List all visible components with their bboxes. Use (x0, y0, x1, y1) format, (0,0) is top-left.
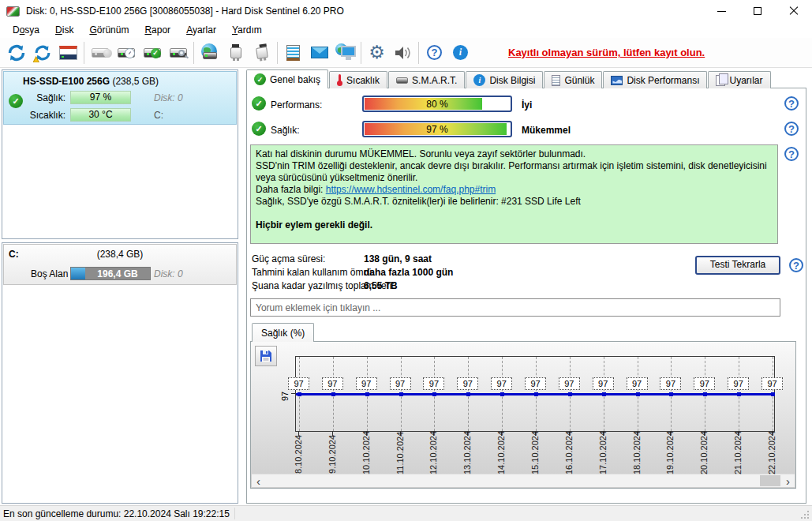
chart-x-label: 14.10.2024 (496, 435, 506, 474)
toolbar-separator (418, 42, 419, 64)
report-window-icon (59, 46, 77, 60)
tab-uyarilar[interactable]: Uyarılar (708, 71, 770, 88)
status-line-5: Hiçbir eylem gerekli değil. (256, 219, 773, 231)
tab-smart[interactable]: S.M.A.R.T. (388, 71, 465, 88)
close-button[interactable] (776, 0, 812, 22)
used-space-segment (71, 268, 85, 279)
health-value: 97 % (364, 124, 511, 135)
tab-sicaklik[interactable]: Sıcaklık (329, 71, 387, 88)
menu-gorunum[interactable]: Görünüm (81, 23, 137, 37)
disk-history-button[interactable] (113, 39, 139, 66)
refresh-warning-icon (33, 43, 52, 62)
tab-genel-bakis[interactable]: ✓Genel bakış (246, 69, 328, 88)
partition-disk-number: Disk: 0 (154, 268, 183, 279)
partition-size: (238,4 GB) (4, 249, 236, 260)
refresh-button[interactable] (3, 39, 29, 66)
disk-analyse-button[interactable] (165, 39, 191, 66)
chart-point (669, 392, 673, 396)
menu-bar: Dosya Disk Görünüm Rapor Ayarlar Yardım (0, 22, 812, 38)
disk-temp-label: Sıcaklık: (4, 110, 65, 121)
written-value: 6,55 TB (364, 280, 398, 291)
report-button[interactable] (280, 39, 306, 66)
performance-help-icon[interactable]: ? (784, 96, 799, 111)
scroll-thumb[interactable] (760, 475, 780, 486)
chart-point-label: 97 (660, 377, 681, 390)
eject-device-button[interactable] (249, 39, 275, 66)
menu-ayarlar[interactable]: Ayarlar (178, 23, 224, 37)
scroll-right-arrow[interactable]: › (781, 474, 795, 487)
chart-tab-saglik[interactable]: Sağlık (%) (252, 323, 314, 342)
tab-gunluk[interactable]: Günlük (544, 71, 602, 88)
health-help-icon[interactable]: ? (784, 122, 799, 136)
chart-point (568, 392, 572, 396)
status-bar: En son güncelleme durumu: 22.10.2024 Sal… (0, 505, 812, 521)
status-line-3: Daha fazla bilgi: https://www.hdsentinel… (256, 184, 773, 196)
disk-list-item[interactable]: HS-SSD-E100 256G (238,5 GB) ✓ Sağlık: 97… (3, 71, 237, 125)
minimize-icon (717, 11, 726, 12)
usb-device-button[interactable] (223, 39, 249, 66)
settings-button[interactable]: ⚙ (364, 39, 390, 66)
comment-input[interactable] (250, 298, 780, 317)
chart-point (466, 392, 470, 396)
health-meter: 97 % (362, 121, 512, 137)
performance-meter: 80 % (362, 96, 512, 112)
remote-monitor-button[interactable] (332, 39, 358, 66)
status-line-1: Katı hal diskinin durumu MÜKEMMEL. Sorun… (256, 148, 773, 160)
maximize-button[interactable] (739, 0, 776, 22)
chart-x-label: 21.10.2024 (733, 435, 743, 474)
chart-point-label: 97 (525, 377, 546, 390)
close-icon (789, 6, 799, 16)
lifetime-label: Tahmini kalan kullanım ömrü: (252, 267, 374, 278)
chart-point-label: 97 (728, 377, 749, 390)
chart-scrollbar[interactable]: ‹ › (252, 474, 795, 487)
retest-button[interactable]: Testi Tekrarla (695, 256, 780, 275)
network-disk-button[interactable] (196, 39, 223, 66)
menu-disk[interactable]: Disk (47, 23, 81, 37)
resize-grip[interactable] (807, 517, 809, 519)
health-status: Mükemmel (522, 125, 571, 136)
chart-x-label: 12.10.2024 (428, 435, 438, 474)
chart-x-label: 20.10.2024 (699, 435, 709, 474)
health-ok-icon: ✓ (252, 122, 266, 136)
chart-point-label: 97 (322, 377, 343, 390)
register-link[interactable]: Kayıtlı olmayan sürüm, lütfen kayıt olun… (508, 47, 705, 58)
help-button[interactable]: ? (421, 39, 447, 66)
disk-detect-icon (92, 48, 109, 58)
network-monitor-icon (335, 43, 356, 62)
minimize-button[interactable] (703, 0, 739, 22)
report-window-button[interactable] (55, 39, 81, 66)
performance-ok-icon: ✓ (252, 96, 266, 111)
disk-health-bar: 97 % (70, 91, 131, 104)
info-icon: i (453, 45, 468, 60)
about-button[interactable]: i (447, 39, 473, 66)
disk-test-button[interactable]: ✓ (139, 39, 165, 66)
retest-help-icon[interactable]: ? (789, 258, 803, 272)
chart-x-label: 15.10.2024 (530, 435, 540, 474)
menu-dosya[interactable]: Dosya (5, 23, 47, 37)
refresh-warning-button[interactable] (29, 39, 55, 66)
disk-detect-button[interactable] (87, 39, 113, 66)
thermometer-icon (337, 74, 342, 86)
chart-point (771, 392, 775, 396)
trim-faq-link[interactable]: https://www.hdsentinel.com/faq.php#trim (326, 184, 496, 195)
save-floppy-icon (260, 350, 272, 362)
menu-yardim[interactable]: Yardım (224, 23, 270, 37)
chart-x-label: 11.10.2024 (395, 435, 405, 474)
sounds-button[interactable] (390, 39, 416, 66)
email-report-button[interactable] (306, 39, 332, 66)
chart-save-button[interactable] (255, 346, 277, 366)
health-label: Sağlık: (271, 125, 300, 136)
disk-status-textbox: Katı hal diskinin durumu MÜKEMMEL. Sorun… (250, 144, 778, 244)
smart-disk-icon (396, 77, 408, 84)
scroll-left-arrow[interactable]: ‹ (252, 474, 265, 487)
chart-x-label: 22.10.2024 (767, 435, 776, 474)
tab-disk-bilgisi[interactable]: iDisk Bilgisi (466, 71, 543, 88)
chart-point (297, 392, 301, 396)
overview-check-icon: ✓ (254, 73, 266, 85)
tab-bar: ✓Genel bakış Sıcaklık S.M.A.R.T. iDisk B… (246, 69, 772, 88)
menu-rapor[interactable]: Rapor (137, 23, 178, 37)
partition-list-item[interactable]: C: (238,4 GB) Boş Alan 196,4 GB Disk: 0 (3, 244, 237, 285)
tab-disk-performansi[interactable]: Disk Performansı (603, 71, 707, 88)
statusbox-help-icon[interactable]: ? (784, 147, 799, 161)
disk-list: HS-SSD-E100 256G (238,5 GB) ✓ Sağlık: 97… (2, 69, 238, 239)
